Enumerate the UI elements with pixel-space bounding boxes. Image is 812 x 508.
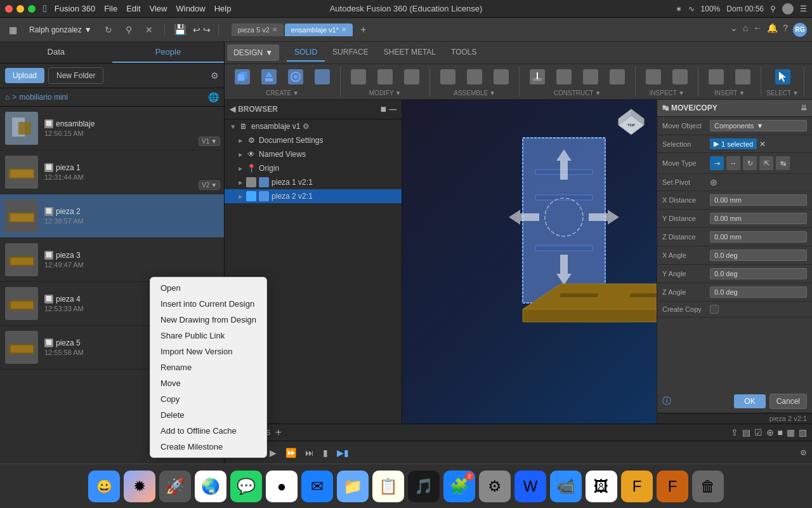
add-comment-btn[interactable]: +	[275, 427, 281, 438]
minimize-window-btn[interactable]	[16, 5, 24, 13]
move-tool-icon[interactable]: ⇪	[731, 427, 738, 438]
context-milestone[interactable]: Create Milestone	[150, 439, 266, 455]
insert-label[interactable]: INSERT ▼	[714, 90, 745, 97]
canvas-3d[interactable]: TOP	[402, 100, 657, 424]
dock-safari[interactable]: 🌏	[195, 471, 226, 502]
create-copy-checkbox[interactable]	[710, 305, 719, 314]
move-scale-btn[interactable]: ⇱	[759, 156, 773, 170]
midplane-btn[interactable]	[605, 67, 630, 88]
rigid-joint-btn[interactable]	[462, 67, 487, 88]
home-icon[interactable]: ⌂	[743, 23, 748, 37]
dock-word[interactable]: W	[514, 471, 546, 502]
clear-selection-btn[interactable]: ✕	[759, 140, 766, 149]
menu-help[interactable]: Help	[214, 4, 232, 13]
tab-add-btn[interactable]: +	[360, 24, 366, 36]
dock-chrome[interactable]: ●	[266, 471, 298, 502]
tab-pieza5[interactable]: pieza 5 v2 ✕	[232, 23, 284, 36]
menu-file[interactable]: File	[104, 4, 117, 13]
context-open[interactable]: Open	[150, 280, 266, 296]
file-version-badge[interactable]: V1▼	[199, 137, 220, 146]
chamfer-btn[interactable]	[372, 67, 398, 88]
ribbon-tab-solid[interactable]: SOLID	[287, 44, 325, 62]
dock-fusion360-2[interactable]: F	[657, 471, 688, 502]
save-icon[interactable]: 💾	[173, 22, 188, 37]
play-btn[interactable]: ▶	[267, 446, 279, 459]
dock-finder[interactable]: 😀	[88, 471, 120, 502]
dock-trash[interactable]: 🗑	[692, 471, 724, 502]
move-align-btn[interactable]: ↹	[776, 156, 790, 170]
user-avatar-btn[interactable]: RG	[793, 23, 807, 37]
settings-gear-icon[interactable]: ⚙	[303, 122, 310, 131]
notifications-icon[interactable]: 🔔	[767, 23, 778, 37]
info-icon[interactable]: ⓘ	[662, 396, 671, 407]
browser-item-namedviews[interactable]: ► 👁 Named Views	[225, 147, 402, 161]
next-btn[interactable]: ⏩	[283, 446, 299, 459]
settings-btn[interactable]: ⚙	[800, 448, 807, 457]
context-offline[interactable]: Add to Offline Cache	[150, 423, 266, 439]
create-label[interactable]: CREATE ▼	[266, 90, 299, 97]
grid-icon[interactable]: ▦	[5, 22, 20, 37]
search-icon[interactable]: ⚲	[121, 22, 136, 37]
modify-label[interactable]: MODIFY ▼	[369, 90, 402, 97]
point-btn[interactable]	[578, 67, 603, 88]
dock-folder[interactable]: 📁	[337, 471, 369, 502]
breadcrumb-folder[interactable]: mobiliario mini	[19, 93, 68, 102]
y-distance-input[interactable]	[710, 213, 807, 224]
context-rename[interactable]: Rename	[150, 359, 266, 375]
context-move[interactable]: Move	[150, 375, 266, 391]
new-folder-btn[interactable]: New Folder	[48, 67, 103, 84]
motion-btn[interactable]	[488, 67, 514, 88]
tab-close-btn2[interactable]: ✕	[341, 26, 346, 33]
sidebar-tab-people[interactable]: People	[112, 42, 225, 63]
dock-mail[interactable]: ✉	[301, 471, 333, 502]
dock-siri[interactable]: ✹	[124, 471, 155, 502]
file-item-ensamblaje[interactable]: ⬜ ensamblaje 12:56:15 AM V1▼	[0, 107, 224, 150]
dock-whatsapp[interactable]: 💬	[230, 471, 262, 502]
redo-icon[interactable]: ↪	[203, 25, 211, 35]
render-tool-icon[interactable]: ▧	[799, 427, 807, 438]
browser-item-docsettings[interactable]: ► ⚙ Document Settings	[225, 133, 402, 147]
insert-mesh-btn[interactable]	[704, 67, 729, 88]
inspect-label[interactable]: INSPECT ▼	[650, 90, 684, 97]
sync-icon[interactable]: ↻	[101, 22, 116, 37]
globe-icon[interactable]: 🌐	[208, 92, 219, 102]
browser-expand-icon[interactable]: ■	[381, 104, 387, 115]
assemble-label[interactable]: ASSEMBLE ▼	[454, 90, 495, 97]
grid-tool-icon[interactable]: ▦	[787, 427, 795, 438]
inspect-btn[interactable]	[667, 67, 693, 88]
panel-expand-icon[interactable]: ⇊	[801, 104, 807, 112]
menu-window[interactable]: Window	[176, 4, 205, 13]
dock-notes[interactable]: 📋	[372, 471, 404, 502]
dock-launchpad[interactable]: 🚀	[159, 471, 191, 502]
file-item-pieza3[interactable]: ⬜ pieza 3 12:49:47 AM	[0, 238, 224, 282]
apple-icon[interactable]: 	[43, 3, 47, 15]
tab-close-btn[interactable]: ✕	[272, 26, 277, 33]
context-share[interactable]: Share Public Link	[150, 328, 266, 344]
context-delete[interactable]: Delete	[150, 407, 266, 423]
move-object-dropdown[interactable]: Components ▼	[710, 120, 807, 131]
close-window-btn[interactable]	[5, 5, 13, 13]
traffic-lights[interactable]	[5, 5, 36, 13]
undo-icon[interactable]: ↩	[193, 25, 200, 35]
ribbon-tab-tools[interactable]: TOOLS	[443, 44, 484, 62]
goto-end-btn[interactable]: ⏭	[303, 446, 317, 459]
dock-settings[interactable]: ⚙	[479, 471, 511, 502]
context-copy[interactable]: Copy	[150, 391, 266, 407]
move-along-x-btn[interactable]: ↔	[726, 156, 740, 170]
pan-tool-icon[interactable]: ☑	[754, 427, 763, 438]
context-import[interactable]: Import New Version	[150, 344, 266, 359]
y-angle-input[interactable]	[710, 268, 807, 279]
menu-extra-icon[interactable]: ☰	[800, 4, 807, 13]
file-version-badge[interactable]: V2▼	[199, 180, 220, 190]
3d-viewport[interactable]	[434, 119, 657, 385]
selection-btn[interactable]: ▶ 1 selected	[710, 138, 757, 149]
ribbon-tab-sheetmetal[interactable]: SHEET METAL	[376, 44, 443, 62]
insert-svg-btn[interactable]	[730, 67, 756, 88]
revolve-btn[interactable]	[283, 67, 308, 88]
extrude-btn[interactable]	[256, 67, 282, 88]
zoom-tool-icon[interactable]: ⊕	[766, 427, 774, 438]
x-distance-input[interactable]: 0.00 mm	[710, 194, 807, 206]
select-label[interactable]: SELECT ▼	[766, 90, 799, 97]
dock-preview[interactable]: 🖼	[586, 471, 617, 502]
browser-item-root[interactable]: ▼ 🗎 ensamblaje v1 ⚙	[225, 119, 402, 133]
